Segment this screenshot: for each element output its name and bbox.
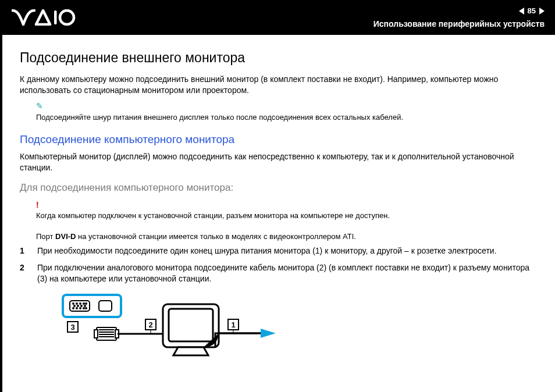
svg-point-13 <box>73 308 74 309</box>
heading-3: Для подсоединения компьютерного монитора… <box>20 181 538 195</box>
svg-point-15 <box>80 308 81 309</box>
svg-rect-22 <box>94 330 98 338</box>
warning-block: ! Когда компьютер подключен к установочн… <box>36 199 538 242</box>
svg-point-8 <box>86 303 87 304</box>
note-block: ✎ Подсоединяйте шнур питания внешнего ди… <box>36 101 538 123</box>
svg-point-17 <box>86 308 87 309</box>
svg-point-10 <box>77 305 79 307</box>
section-title: Использование периферийных устройств <box>373 19 545 30</box>
svg-point-16 <box>83 308 84 309</box>
page-number: 85 <box>528 6 536 16</box>
page-nav: 85 <box>519 6 545 16</box>
svg-point-6 <box>80 303 81 304</box>
connection-diagram: 3 2 <box>41 291 538 364</box>
warning-text-2: Порт DVI-D на установочной станции имеет… <box>36 231 538 242</box>
top-bar: 85 Использование периферийных устройств <box>2 2 555 35</box>
vaio-logo <box>12 9 76 28</box>
warning-text-1: Когда компьютер подключен к установочной… <box>36 211 538 221</box>
svg-marker-39 <box>261 329 276 338</box>
svg-text:2: 2 <box>148 320 152 329</box>
note-icon: ✎ <box>36 101 43 111</box>
svg-text:1: 1 <box>231 320 235 329</box>
svg-text:3: 3 <box>70 323 74 332</box>
svg-point-5 <box>76 303 77 304</box>
svg-point-14 <box>76 308 77 309</box>
svg-rect-3 <box>70 301 90 311</box>
svg-point-9 <box>74 305 75 307</box>
content: Подсоединение внешнего монитора К данном… <box>2 35 555 364</box>
steps-list: При необходимости подсоедините один коне… <box>20 245 538 284</box>
svg-point-1 <box>60 10 74 24</box>
next-page-icon[interactable] <box>539 8 545 15</box>
prev-page-icon[interactable] <box>519 8 524 15</box>
paragraph-2: Компьютерный монитор (дисплей) можно под… <box>20 151 538 173</box>
heading-1: Подсоединение внешнего монитора <box>20 49 538 67</box>
warning-icon: ! <box>36 200 39 209</box>
step-1: При необходимости подсоедините один коне… <box>20 245 538 256</box>
svg-point-4 <box>73 303 74 304</box>
heading-2: Подсоединение компьютерного монитора <box>20 132 538 147</box>
svg-point-7 <box>83 303 84 304</box>
svg-rect-34 <box>169 309 213 341</box>
svg-point-11 <box>81 305 82 307</box>
svg-rect-0 <box>54 10 57 24</box>
note-text: Подсоединяйте шнур питания внешнего дисп… <box>36 113 403 122</box>
intro-paragraph: К данному компьютеру можно подсоединить … <box>20 74 538 96</box>
step-2: При подключении аналогового монитора под… <box>20 262 538 284</box>
svg-rect-18 <box>99 301 112 311</box>
svg-point-12 <box>84 305 86 307</box>
